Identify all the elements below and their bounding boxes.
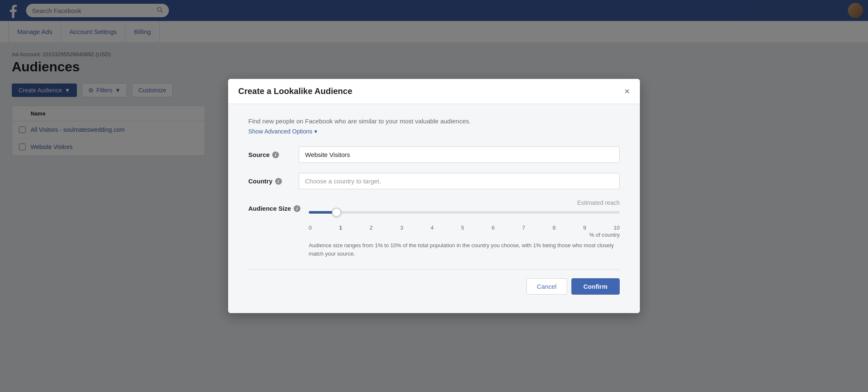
source-row: Source i — [248, 146, 620, 163]
modal-title: Create a Lookalike Audience — [238, 86, 352, 96]
modal-close-button[interactable]: × — [624, 87, 630, 96]
chevron-down-icon: ▾ — [314, 128, 317, 135]
modal-header: Create a Lookalike Audience × — [228, 79, 640, 104]
source-info-icon[interactable]: i — [272, 152, 279, 158]
source-input[interactable] — [299, 146, 620, 163]
modal-create-lookalike: Create a Lookalike Audience × Find new p… — [228, 79, 640, 164]
show-advanced-options[interactable]: Show Advanced Options ▾ — [248, 128, 620, 135]
modal-overlay: Create a Lookalike Audience × Find new p… — [0, 0, 868, 164]
modal-body: Find new people on Facebook who are simi… — [228, 104, 640, 164]
source-label: Source i — [248, 151, 290, 158]
modal-subtitle: Find new people on Facebook who are simi… — [248, 118, 620, 125]
